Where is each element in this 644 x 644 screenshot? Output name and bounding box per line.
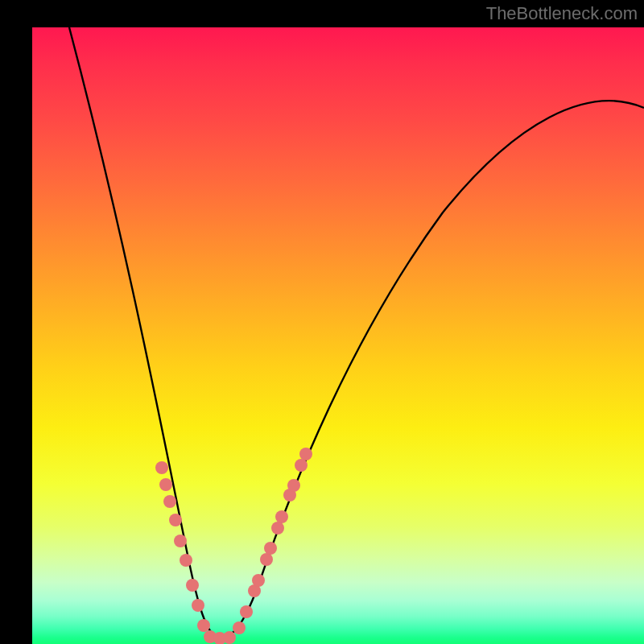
data-point (264, 542, 277, 555)
data-point (299, 448, 312, 460)
data-point (223, 631, 236, 644)
data-point (287, 479, 300, 492)
curve-path (69, 27, 644, 638)
data-point (174, 535, 187, 547)
data-point (169, 514, 182, 526)
data-point (260, 553, 273, 566)
data-point (192, 599, 204, 612)
data-markers (155, 448, 312, 644)
data-point (295, 459, 308, 472)
data-point (252, 574, 265, 587)
data-point (186, 579, 199, 592)
data-point (197, 619, 210, 632)
data-point (180, 554, 192, 567)
watermark: TheBottleneck.com (486, 3, 638, 24)
data-point (271, 522, 284, 535)
plot-area (32, 27, 644, 644)
data-point (155, 461, 168, 474)
data-point (233, 621, 246, 634)
chart-svg (32, 27, 644, 644)
data-point (159, 478, 172, 491)
data-point (275, 510, 288, 523)
data-point (163, 495, 176, 508)
data-point (240, 605, 253, 618)
